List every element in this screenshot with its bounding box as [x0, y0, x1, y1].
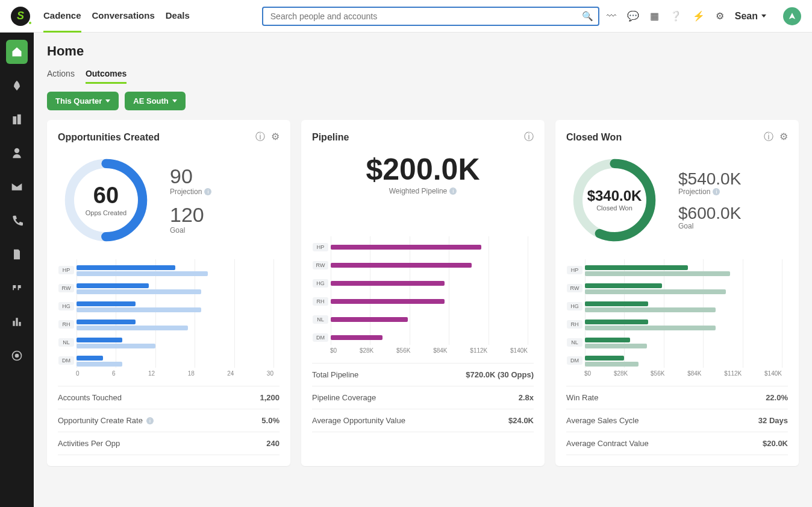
nav-cadence[interactable]: Cadence: [43, 0, 81, 33]
tabs: Actions Outcomes: [47, 65, 799, 84]
side-person[interactable]: [6, 141, 28, 165]
bar-chart: HPRWHGRHNLDM $0$28K$56K$84K$112K$140K: [566, 259, 788, 380]
main: Home Actions Outcomes This Quarter AE So…: [34, 33, 812, 507]
stat-value: 1,200: [260, 393, 280, 402]
bar-actual: [77, 356, 103, 361]
side-home[interactable]: [6, 40, 28, 64]
logo-icon[interactable]: S: [11, 7, 30, 26]
bar-label: DM: [313, 333, 328, 342]
stat-value: 2.8x: [519, 393, 534, 402]
bolt-icon[interactable]: ⚡: [693, 10, 705, 22]
search-input[interactable]: [262, 7, 599, 26]
bar-projection: [77, 289, 201, 294]
goal-value: $600.0K: [678, 204, 741, 222]
xaxis-tick: $84K: [433, 347, 447, 357]
bar-actual: [77, 283, 149, 288]
stat-label: Pipeline Coverage: [312, 393, 376, 402]
chat-icon[interactable]: 💬: [627, 10, 639, 22]
stat-row: Average Opportunity Value$24.0K: [312, 409, 534, 432]
stat-label: Opportunity Create Rate: [58, 416, 143, 425]
card-title: Closed Won: [566, 132, 622, 143]
gear-icon[interactable]: ⚙: [779, 131, 788, 143]
pipeline-sub: Weighted Pipeline: [389, 187, 448, 195]
gear-icon[interactable]: ⚙: [716, 10, 724, 22]
bar-projection: [585, 326, 716, 330]
top-icons: 〰 💬 ▦ ❔ ⚡ ⚙ Sean: [607, 7, 801, 25]
bar-projection: [585, 344, 647, 348]
donut-chart: $340.0K Closed Won: [566, 152, 663, 248]
info-icon[interactable]: i: [204, 188, 211, 195]
xaxis-tick: $0: [584, 370, 591, 380]
side-rocket[interactable]: [6, 74, 28, 98]
help-icon[interactable]: ❔: [670, 10, 682, 22]
bar-projection: [77, 307, 201, 312]
donut-value: $340.0K: [587, 188, 642, 203]
stat-value: 240: [266, 439, 280, 448]
filters: This Quarter AE South: [47, 92, 799, 110]
goal-value: 120: [170, 204, 211, 226]
bar-actual: [585, 283, 662, 288]
bar-label: HP: [313, 243, 328, 251]
stat-label: Average Opportunity Value: [312, 416, 405, 425]
side-quote[interactable]: [6, 276, 28, 300]
chevron-down-icon: [761, 14, 766, 17]
projection-label: Projection: [678, 187, 710, 196]
bar-projection: [77, 326, 188, 330]
bar-label: HG: [58, 302, 74, 310]
search-wrap: 🔍: [262, 7, 599, 26]
stat-row: Pipeline Coverage2.8x: [312, 386, 534, 409]
bar-label: RH: [567, 320, 582, 329]
xaxis-tick: 0: [76, 370, 80, 380]
projection-value: 90: [170, 166, 211, 187]
nav-conversations[interactable]: Conversations: [92, 0, 155, 33]
cards: Opportunities Created ⓘ ⚙ 60 Opps Create…: [47, 120, 799, 466]
side-phone[interactable]: [6, 209, 28, 233]
nav-deals[interactable]: Deals: [166, 0, 190, 33]
xaxis-tick: $140K: [510, 347, 528, 357]
bar-label: NL: [58, 338, 74, 347]
activity-icon[interactable]: 〰: [607, 11, 616, 22]
topbar: S Cadence Conversations Deals 🔍 〰 💬 ▦ ❔ …: [0, 0, 812, 33]
info-icon[interactable]: i: [449, 187, 457, 195]
stat-row: Opportunity Create Ratei5.0%: [58, 409, 280, 432]
tab-outcomes[interactable]: Outcomes: [86, 65, 126, 84]
xaxis-tick: 6: [112, 370, 116, 380]
info-icon[interactable]: ⓘ: [524, 131, 534, 143]
tab-actions[interactable]: Actions: [47, 65, 75, 84]
side-target[interactable]: [6, 344, 28, 368]
chevron-down-icon: [105, 99, 110, 102]
info-icon[interactable]: i: [713, 188, 720, 195]
xaxis-tick: 30: [267, 370, 273, 380]
card-closed-won: Closed Won ⓘ ⚙ $340.0K Closed Won $540.0…: [555, 120, 799, 466]
fab-button[interactable]: [783, 7, 801, 25]
filter-period[interactable]: This Quarter: [47, 92, 119, 110]
side-document[interactable]: [6, 242, 28, 266]
info-icon[interactable]: ⓘ: [255, 131, 265, 143]
info-icon[interactable]: i: [146, 417, 154, 424]
filter-team[interactable]: AE South: [125, 92, 186, 110]
bar-actual: [585, 320, 648, 324]
bar: [331, 335, 383, 340]
donut-chart: 60 Opps Created: [58, 152, 154, 248]
side-building[interactable]: [6, 107, 28, 131]
card-title: Pipeline: [312, 132, 349, 143]
search-icon[interactable]: 🔍: [582, 11, 593, 22]
side-chart[interactable]: [6, 310, 28, 334]
bar-label: NL: [567, 338, 582, 347]
xaxis-tick: $56K: [651, 370, 664, 380]
donut-sub: Closed Won: [587, 205, 642, 212]
user-name: Sean: [735, 11, 758, 22]
chevron-down-icon: [172, 99, 177, 102]
info-icon[interactable]: ⓘ: [764, 131, 773, 143]
apps-icon[interactable]: ▦: [650, 10, 659, 22]
xaxis-tick: 24: [227, 370, 234, 380]
donut-value: 60: [86, 184, 126, 208]
bar-actual: [77, 338, 122, 342]
side-mail[interactable]: [6, 175, 28, 199]
bar-projection: [77, 271, 208, 276]
stat-row: Total Pipeline$720.0K (30 Opps): [312, 363, 534, 386]
sidebar: [0, 33, 34, 507]
stat-row: Accounts Touched1,200: [58, 386, 280, 409]
gear-icon[interactable]: ⚙: [271, 131, 280, 143]
user-menu[interactable]: Sean: [735, 11, 766, 22]
